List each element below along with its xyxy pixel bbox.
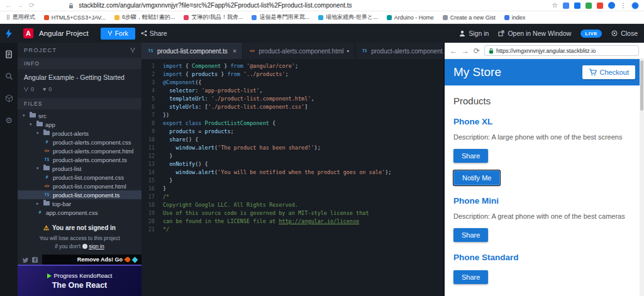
code-text: /*	[163, 193, 169, 201]
remove-ads-button[interactable]: Remove Ads! Go	[42, 255, 142, 265]
fork-button[interactable]: Fork	[101, 28, 135, 40]
folder-item[interactable]: ▸top-bar	[18, 199, 142, 208]
forward-icon[interactable]: →	[17, 2, 24, 9]
avatar[interactable]	[608, 2, 615, 9]
extension-icon[interactable]	[586, 3, 592, 9]
ad-banner[interactable]: Progress KendoReact The One React	[18, 265, 142, 296]
line-number: 7	[142, 111, 163, 119]
bookmark-item[interactable]: ⣿應用程式	[6, 13, 35, 21]
bookmark-item[interactable]: Create a new Gist	[443, 14, 496, 21]
bookmark-item[interactable]: 這個是專門用來寫...	[252, 13, 309, 21]
folder-item[interactable]: ▾product-list	[18, 164, 142, 173]
project-panel-label: PROJECT	[24, 47, 57, 53]
forks-stat: 0	[24, 86, 34, 92]
fork-project-icon[interactable]	[130, 47, 135, 53]
sign-in-link[interactable]: sign in	[89, 243, 104, 249]
profile-icon[interactable]	[631, 2, 639, 9]
browser-url-bar: ← → ⟳ stackblitz.com/angular/vmgxnnvnjyr…	[0, 0, 644, 11]
code-line: 4 selector: 'app-product-list',	[142, 87, 443, 95]
adblock-icon[interactable]	[597, 3, 603, 9]
file-item[interactable]: #product-alerts.component.css	[18, 138, 142, 146]
project-description: Angular Example - Getting Started	[24, 74, 135, 81]
product-description: Description: A great phone with one of t…	[453, 212, 635, 220]
code-text: @Component({	[163, 79, 201, 87]
editor-tab[interactable]: TSproduct-list.component.ts✕	[142, 43, 243, 59]
checkout-button[interactable]: Checkout	[582, 65, 635, 79]
preview-back-icon[interactable]: ←	[450, 47, 457, 55]
preview-forward-icon[interactable]: →	[462, 47, 469, 55]
folder-item[interactable]: ▾product-alerts	[18, 129, 142, 138]
file-item[interactable]: TSproduct-alerts.component.ts	[18, 155, 142, 164]
stackblitz-logo-icon[interactable]	[0, 29, 18, 38]
share-button[interactable]: Share	[453, 149, 488, 163]
search-icon[interactable]	[5, 72, 13, 82]
bookmark-item[interactable]: 6步驟，輕鬆計畫的...	[114, 13, 175, 21]
bookmark-star-icon[interactable]: ☆	[552, 1, 558, 9]
files-section-header[interactable]: FILES	[18, 98, 142, 109]
css-file-icon: #	[36, 210, 43, 215]
facebook-icon[interactable]	[32, 257, 38, 263]
browser-menu-icon[interactable]: ⋮	[620, 2, 626, 9]
chevron-icon: ▾	[36, 166, 41, 171]
product-name-link[interactable]: Phone Mini	[453, 196, 635, 206]
code-line: 8export class ProductListComponent {	[142, 119, 443, 128]
bookmark-item[interactable]: index	[504, 14, 526, 21]
chevron-icon: ▸	[36, 201, 41, 206]
back-icon[interactable]: ←	[5, 2, 12, 9]
line-number: 16	[142, 185, 163, 193]
stackblitz-header: A Angular Project Fork Share Sign in Ope…	[0, 24, 644, 43]
bookmark-item[interactable]: HTML5+CSS3+JAV...	[44, 14, 106, 21]
bookmark-label: Create a new Gist	[450, 14, 496, 21]
folder-item[interactable]: ▾app	[18, 120, 142, 129]
info-section-header[interactable]: INFO	[18, 58, 142, 69]
code-text: window.alert('The product has been share…	[163, 144, 321, 152]
file-name: product-alerts	[52, 130, 89, 137]
chevron-icon: ▾	[36, 131, 41, 136]
code-line: 19Use of this source code is governed by…	[142, 209, 443, 217]
close-tab-icon[interactable]: ✕	[233, 48, 237, 54]
line-number: 1	[142, 62, 163, 70]
folder-icon	[43, 201, 50, 206]
file-item[interactable]: #app.component.css	[18, 208, 142, 217]
line-number: 17	[142, 193, 163, 201]
bookmark-item[interactable]: Arduino - Home	[387, 14, 434, 21]
bookmark-label: HTML5+CSS3+JAV...	[52, 14, 106, 21]
file-item[interactable]: #product-list.component.css	[18, 173, 142, 182]
bookmark-item[interactable]: 艾琳的!我品！我會...	[184, 13, 243, 21]
file-item[interactable]: <>product-alerts.component.html	[18, 146, 142, 155]
deploy-icon[interactable]	[5, 94, 13, 104]
file-item[interactable]: <>product-list.component.html	[18, 182, 142, 190]
share-button[interactable]: Share	[453, 270, 488, 284]
product-name-link[interactable]: Phone Standard	[453, 253, 635, 262]
preview-url-box[interactable]: https://vmgxnnvnjyr.angular.stackblitz.i…	[484, 45, 639, 56]
code-line: 2import { products } from '../products';	[142, 70, 443, 79]
ts-file-icon: TS	[43, 192, 50, 197]
file-item[interactable]: TSproduct-list.component.ts	[18, 190, 142, 199]
close-button[interactable]: Close	[611, 30, 638, 37]
cast-icon[interactable]	[563, 3, 569, 9]
twitter-icon[interactable]	[22, 257, 28, 263]
code-area[interactable]: 1import { Component } from '@angular/cor…	[142, 59, 443, 296]
translate-icon[interactable]	[574, 3, 580, 9]
editor-tab[interactable]: <>product-alerts.component.html●	[243, 43, 355, 59]
share-button[interactable]: Share	[453, 228, 488, 242]
share-header-button[interactable]: Share	[141, 30, 167, 37]
project-files-icon[interactable]	[5, 50, 13, 60]
share-icon	[141, 30, 147, 36]
preview-refresh-icon[interactable]: ⟳	[474, 47, 480, 55]
notify-me-button[interactable]: Notify Me	[453, 170, 500, 185]
product-item: Phone XLDescription: A large phone with …	[453, 117, 635, 185]
bookmark-item[interactable]: 場地家經典-世界と...	[318, 13, 378, 21]
file-name: product-list.component.ts	[53, 192, 119, 199]
open-new-window-button[interactable]: Open in New Window	[498, 30, 571, 37]
preview-scrollbar-thumb[interactable]	[640, 60, 643, 111]
sign-in-button[interactable]: Sign in	[459, 30, 489, 37]
line-number: 10	[142, 136, 163, 144]
preview-scrollbar[interactable]	[640, 59, 644, 296]
product-name-link[interactable]: Phone XL	[453, 117, 635, 126]
settings-icon[interactable]: ⚙	[5, 116, 13, 124]
url-text[interactable]: stackblitz.com/angular/vmgxnnvnjyr?file=…	[79, 2, 547, 9]
ad-brand-text: Progress KendoReact	[54, 272, 113, 279]
refresh-icon[interactable]: ⟳	[29, 2, 35, 9]
folder-item[interactable]: ▾src	[18, 111, 142, 120]
